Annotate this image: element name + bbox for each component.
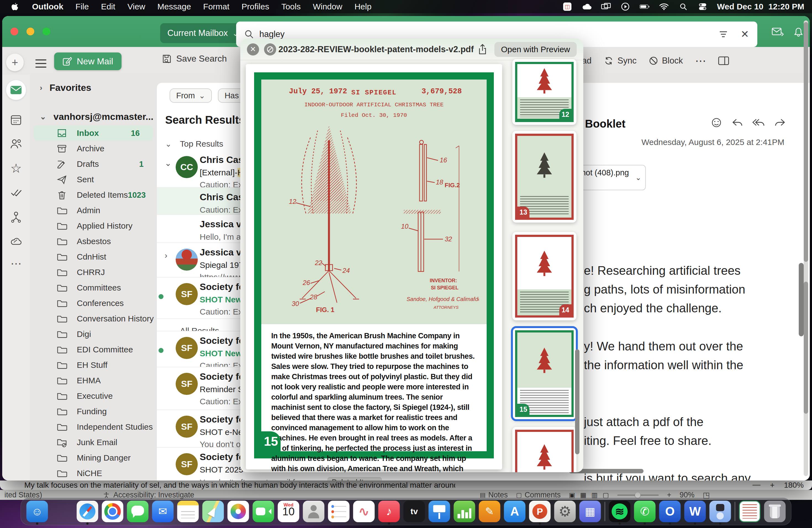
dock-launchpad[interactable] <box>52 501 73 522</box>
save-search-button[interactable]: Save Search <box>162 54 227 64</box>
menu-item[interactable]: Format <box>203 2 230 11</box>
wifi-icon[interactable] <box>659 2 669 12</box>
menu-item[interactable]: View <box>127 2 145 11</box>
dock-freeform[interactable]: ∿ <box>353 501 375 522</box>
share-icon[interactable] <box>478 44 487 55</box>
sidebar-folder[interactable]: EH Stuff <box>30 357 157 373</box>
pdf-thumbnail[interactable]: 15 <box>512 327 576 420</box>
tasks-module-icon[interactable] <box>6 182 26 202</box>
dock-keynote[interactable] <box>429 501 450 522</box>
reading-scrollbar[interactable] <box>799 263 804 336</box>
favorites-section[interactable]: ›Favorites <box>30 82 91 93</box>
dock-numbers[interactable] <box>454 501 475 522</box>
sidebar-folder[interactable]: Sent <box>30 172 157 187</box>
dock-trash[interactable] <box>764 501 786 522</box>
dock-separator[interactable] <box>605 502 605 521</box>
sidebar-toggle-icon[interactable] <box>35 57 46 70</box>
reading-pane-toggle-icon[interactable] <box>718 56 729 65</box>
sidebar-folder[interactable]: Committees <box>30 280 157 295</box>
dock-settings[interactable]: ⚙ <box>554 501 576 522</box>
top-results-section[interactable]: ⌄Top Results <box>165 139 223 149</box>
sidebar-folder[interactable]: Junk Email <box>30 435 157 450</box>
dock-word[interactable]: W <box>684 501 706 522</box>
dock-whatsapp[interactable]: ✆ <box>634 501 656 522</box>
sidebar-folder[interactable]: Deleted Items 1023 <box>30 187 157 203</box>
new-mail-button[interactable]: New Mail <box>54 53 121 70</box>
favorites-module-icon[interactable]: ☆ <box>6 158 26 178</box>
menu-item[interactable]: Edit <box>101 2 115 11</box>
people-module-icon[interactable] <box>6 134 26 154</box>
notifications-bell-icon[interactable] <box>794 27 803 37</box>
menu-item[interactable]: Window <box>313 2 343 11</box>
sidebar-folder[interactable]: EDI Committee <box>30 342 157 357</box>
menu-app-name[interactable]: Outlook <box>32 2 63 11</box>
dock-separator[interactable] <box>735 502 736 521</box>
sidebar-folder[interactable]: Inbox 16 <box>34 126 153 141</box>
quicklook-close-icon[interactable]: ✕ <box>247 43 259 56</box>
menu-item[interactable]: Tools <box>281 2 301 11</box>
reactions-icon[interactable] <box>711 117 722 128</box>
doc-zoom-level[interactable]: 180% <box>784 481 804 489</box>
apple-menu-icon[interactable] <box>10 2 20 12</box>
battery-icon[interactable] <box>640 2 650 12</box>
sidebar-folder[interactable]: Funding <box>30 404 157 419</box>
dock-maps[interactable] <box>202 501 224 522</box>
sidebar-folder[interactable]: Independent Studies <box>30 419 157 435</box>
attachment-menu-icon[interactable]: ⌄ <box>635 173 641 182</box>
sidebar-folder[interactable]: EHMA <box>30 373 157 388</box>
dock-finder[interactable]: ☺ <box>27 501 48 522</box>
dock-appletv[interactable]: tv <box>404 501 425 522</box>
sidebar-folder[interactable]: Conferences <box>30 295 157 311</box>
mail-module-icon[interactable] <box>6 80 26 100</box>
sidebar-folder[interactable]: Archive <box>30 141 157 156</box>
zoom-window-button[interactable] <box>43 28 50 35</box>
dock-windows-app[interactable]: ▦ <box>579 501 601 522</box>
sidebar-folder[interactable]: Admin <box>30 203 157 218</box>
doc-zoom-in[interactable]: + <box>770 481 774 489</box>
sidebar-folder[interactable]: Applied History <box>30 218 157 234</box>
thumbnail-scrollbar[interactable] <box>575 349 579 454</box>
clear-search-icon[interactable]: ✕ <box>741 30 749 39</box>
sidebar-folder[interactable]: NiCHE <box>30 466 157 481</box>
dock-photos[interactable] <box>228 501 249 522</box>
dock-pages[interactable]: ✎ <box>479 501 501 522</box>
forward-icon[interactable] <box>774 117 786 128</box>
doc-zoom-slider[interactable] <box>752 485 760 486</box>
screen-mirroring-icon[interactable] <box>601 2 611 12</box>
menu-item[interactable]: Profiles <box>242 2 269 11</box>
app-status-icon[interactable]: ◫ <box>562 2 572 12</box>
dock-camera[interactable] <box>710 501 731 522</box>
dock-messages[interactable] <box>127 501 149 522</box>
dock-powerpoint[interactable]: P <box>529 501 551 522</box>
pdf-thumbnail[interactable]: 12 <box>512 59 576 125</box>
org-module-icon[interactable] <box>6 207 26 227</box>
search-scope-dropdown[interactable]: Current Mailbox⌄ <box>160 23 246 43</box>
dock-music[interactable]: ♪ <box>378 501 400 522</box>
window-scrollbar-thumb2[interactable] <box>804 282 808 414</box>
spotlight-search-icon[interactable] <box>678 2 688 12</box>
minimize-window-button[interactable] <box>27 28 34 35</box>
filter-icon[interactable] <box>719 30 728 39</box>
calendar-module-icon[interactable] <box>6 110 26 130</box>
block-button[interactable]: Block <box>649 56 683 66</box>
sidebar-folder[interactable]: Drafts 1 <box>30 156 157 172</box>
window-scrollbar-thumb[interactable] <box>804 22 808 262</box>
account-section[interactable]: ⌄vanhorsj@mcmaster... <box>30 111 153 122</box>
reply-icon[interactable] <box>731 117 743 128</box>
close-window-button[interactable] <box>11 28 18 35</box>
dock-safari[interactable] <box>77 501 98 522</box>
reply-all-icon[interactable] <box>752 117 765 128</box>
sidebar-folder[interactable]: CdnHist <box>30 249 157 265</box>
sidebar-folder[interactable]: Executive <box>30 388 157 404</box>
more-actions-button[interactable]: ⋯ <box>695 54 706 67</box>
search-query[interactable]: hagley <box>259 29 285 39</box>
menu-item[interactable]: File <box>75 2 89 11</box>
menu-item[interactable]: Message <box>157 2 191 11</box>
dock-mail[interactable]: ✉ <box>152 501 174 522</box>
play-status-icon[interactable] <box>620 2 630 12</box>
menu-item[interactable]: Help <box>354 2 372 11</box>
menu-clock[interactable]: Wed Dec 1012:20 PM <box>717 2 804 11</box>
pdf-thumbnail[interactable]: 13 <box>512 131 576 223</box>
dock-calendar[interactable]: 10Wed <box>278 501 300 522</box>
sync-button[interactable]: Sync <box>604 56 637 66</box>
